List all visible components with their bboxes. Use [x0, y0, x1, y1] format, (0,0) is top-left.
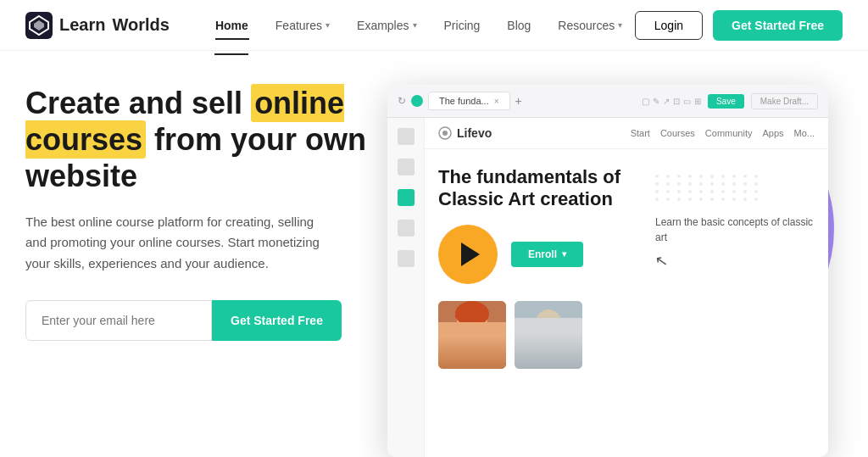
dot: [677, 182, 681, 186]
sidebar-file-icon[interactable]: [398, 250, 415, 267]
svg-point-9: [535, 309, 562, 340]
dot: [721, 190, 725, 193]
inner-site: Lifevo Start Courses Community Apps Mo..…: [387, 118, 828, 457]
hero-section: Create and sell onlinecourses from your …: [25, 76, 373, 457]
nav-examples[interactable]: Examples ▾: [345, 12, 428, 39]
sidebar-user-icon[interactable]: [398, 220, 415, 237]
monitor-icon: ▭: [683, 97, 691, 106]
dot: [699, 198, 703, 201]
main-nav: Home Features ▾ Examples ▾ Pricing Blog …: [203, 12, 635, 39]
dot: [710, 175, 714, 178]
save-button[interactable]: Save: [708, 94, 744, 109]
browser-tab-label: The funda...: [439, 96, 489, 106]
new-tab-icon[interactable]: +: [515, 94, 522, 108]
header-actions: Login Get Started Free: [635, 10, 843, 41]
play-enroll-wrap: Enroll ▾: [438, 225, 642, 284]
sidebar-image-icon[interactable]: [398, 159, 415, 176]
inner-nav-start[interactable]: Start: [631, 128, 650, 138]
logo-learn: Learn: [59, 15, 105, 35]
features-chevron-icon: ▾: [326, 20, 330, 30]
inner-logo-icon: [438, 126, 452, 140]
layout-icon: ⊡: [673, 97, 680, 106]
header: LearnWorlds Home Features ▾ Examples ▾ P…: [0, 0, 868, 51]
inner-nav-more[interactable]: Mo...: [794, 128, 815, 138]
dot: [655, 182, 659, 186]
draft-button[interactable]: Make Draft...: [751, 93, 818, 109]
browser-tab[interactable]: The funda... ×: [428, 92, 510, 110]
inner-nav-courses[interactable]: Courses: [660, 128, 695, 138]
sidebar-layers-icon[interactable]: [398, 128, 415, 145]
dot: [743, 190, 747, 193]
dot: [721, 182, 725, 186]
browser-mockup: ↻ The funda... × + ▢ ✎ ↗ ⊡ ▭ ⊞: [387, 85, 828, 457]
dot: [732, 182, 736, 186]
dot: [677, 190, 681, 193]
pencil-icon: ✎: [653, 97, 659, 106]
examples-chevron-icon: ▾: [413, 20, 417, 30]
browser-bar: ↻ The funda... × + ▢ ✎ ↗ ⊡ ▭ ⊞: [387, 85, 828, 118]
course-info: The fundamentals of Classic Art creation…: [438, 166, 642, 440]
dot-grid-decoration: [655, 175, 815, 201]
svg-point-4: [442, 131, 448, 136]
dot: [743, 198, 747, 201]
thumbnail-2: [515, 301, 582, 369]
dot: [688, 175, 692, 178]
dot: [677, 198, 681, 201]
main-content: Create and sell onlinecourses from your …: [0, 51, 868, 457]
nav-pricing[interactable]: Pricing: [432, 12, 492, 39]
hero-title-part1: Create and sell: [25, 86, 251, 120]
thumbnail-1-image: [438, 301, 506, 369]
thumbnail-2-image: [515, 301, 582, 369]
inner-nav-apps[interactable]: Apps: [762, 128, 783, 138]
email-input[interactable]: [25, 300, 212, 341]
hero-subtitle: The best online course platform for crea…: [25, 212, 331, 275]
dot: [655, 198, 659, 201]
dot: [732, 175, 736, 178]
cursor-icon: ↖: [654, 251, 670, 271]
get-started-header-button[interactable]: Get Started Free: [713, 10, 843, 41]
dot: [732, 190, 736, 193]
nav-home[interactable]: Home: [203, 12, 260, 39]
dot: [754, 175, 758, 178]
svg-rect-10: [537, 323, 546, 329]
inner-nav: Lifevo Start Courses Community Apps Mo..…: [425, 118, 828, 149]
edit-icon: ▢: [642, 97, 649, 106]
logo-icon: [25, 12, 53, 39]
play-button[interactable]: [438, 225, 498, 284]
login-button[interactable]: Login: [635, 11, 703, 40]
tab-favicon: [411, 95, 423, 107]
dot: [688, 198, 692, 201]
nav-home-wrap: Home: [203, 12, 260, 39]
dot: [655, 190, 659, 193]
dot: [743, 175, 747, 178]
enroll-button[interactable]: Enroll ▾: [511, 242, 583, 267]
play-triangle-icon: [461, 242, 480, 266]
nav-features[interactable]: Features ▾: [264, 12, 342, 39]
dot: [688, 190, 692, 193]
enroll-label: Enroll: [528, 248, 557, 260]
hero-mockup-section: ↻ The funda... × + ▢ ✎ ↗ ⊡ ▭ ⊞: [373, 76, 843, 457]
get-started-main-button[interactable]: Get Started Free: [212, 300, 342, 341]
sidebar-play-icon[interactable]: [398, 189, 415, 206]
logo[interactable]: LearnWorlds: [25, 12, 170, 39]
inner-logo-text: Lifevo: [457, 126, 492, 140]
dot: [688, 182, 692, 186]
inner-site-logo: Lifevo: [438, 126, 492, 140]
inner-nav-community[interactable]: Community: [705, 128, 753, 138]
inner-nav-links: Start Courses Community Apps Mo...: [631, 128, 815, 138]
pointer-icon: ↗: [663, 97, 670, 106]
nav-resources[interactable]: Resources ▾: [546, 12, 634, 39]
toolbar-icons: ▢ ✎ ↗ ⊡ ▭ ⊞: [642, 97, 701, 106]
dot: [677, 175, 681, 178]
more-icon: ⊞: [694, 97, 701, 106]
dot: [710, 198, 714, 201]
dot: [754, 182, 758, 186]
thumbnail-1: [438, 301, 506, 369]
hero-title: Create and sell onlinecourses from your …: [25, 85, 373, 195]
course-thumbnails: [438, 301, 642, 369]
nav-blog[interactable]: Blog: [495, 12, 542, 39]
course-description: Learn the basic concepts of classic art …: [655, 166, 815, 440]
inner-content: Lifevo Start Courses Community Apps Mo..…: [425, 118, 828, 457]
dot: [710, 190, 714, 193]
logo-worlds: Worlds: [112, 15, 169, 35]
